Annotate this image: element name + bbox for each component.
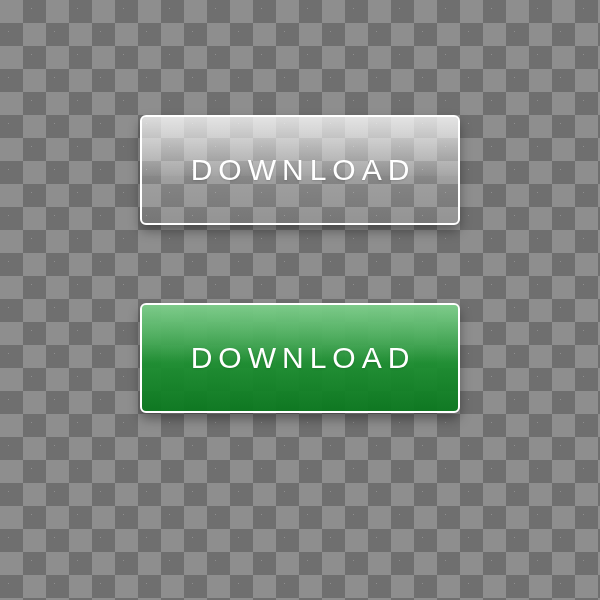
download-button-green-label: DOWNLOAD <box>185 341 416 375</box>
transparency-stage: DOWNLOAD DOWNLOAD <box>0 0 600 600</box>
download-button-green[interactable]: DOWNLOAD <box>140 303 460 413</box>
download-button-glass[interactable]: DOWNLOAD <box>140 115 460 225</box>
download-button-glass-label: DOWNLOAD <box>185 153 416 187</box>
